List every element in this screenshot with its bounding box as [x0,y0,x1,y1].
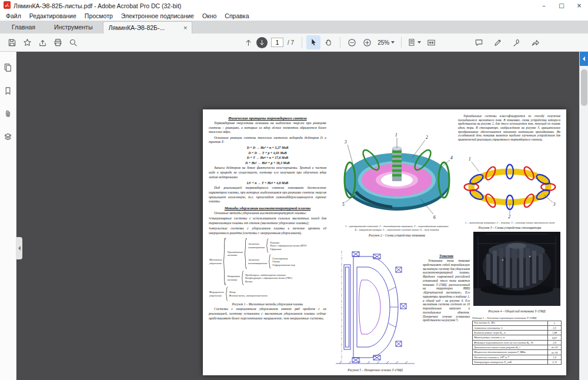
table-param-cell: Малый радиус плазмы a, м [472,335,547,339]
svg-text:1: 1 [469,156,471,162]
find-button[interactable] [66,35,80,49]
tab-tools[interactable]: Инструменты [45,21,102,34]
toolbar-center-group: / 7 25% [241,34,438,51]
figure1-caption: Рисунок 1 – Магнитные методы удержания п… [209,302,326,306]
bullet-item: •импульсные системы с удержанием плазмы … [209,226,326,235]
brace-icon [244,238,247,269]
page-left-column: Физические принципы термоядерного синтез… [209,114,326,322]
figure3-stellarator-diagram: 1 2 3 1 – магнитные катушки; 2 – плазма;… [460,153,559,231]
table-param-cell: Ток плазмы Iₚ, МА [472,321,547,325]
hand-tool-button[interactable] [322,35,336,49]
table-value-cell: 2,0 [547,341,562,345]
menu-item[interactable]: Просмотр [81,12,117,19]
save-button[interactable] [5,35,19,49]
chevron-left-icon [583,56,585,61]
table-value-cell: 5–9 [547,360,562,364]
acrobat-window: ЛяминКА-Э8-82Б-листы.pdf - Adobe Acrobat… [0,0,588,380]
menu-item[interactable]: Файл [2,12,25,19]
zoom-level-dropdown[interactable]: 25% [375,35,397,49]
zoom-level-label: 25% [377,39,389,46]
tokamak-paragraph: Установка типа токамак представляет собо… [423,259,470,322]
table-body: Ток плазмы Iₚ, МА 2 Аспектное отношение … [472,321,562,365]
brace-icon [241,271,244,285]
right-rail [579,52,588,380]
toolbar-left-group [5,35,80,49]
zoom-in-button[interactable] [360,35,374,49]
tree-items: Стелларатор Гелиак Гофрированный тор [272,257,295,267]
ink-signature-button[interactable] [509,35,523,49]
tools-pane-collapse-button[interactable] [580,52,588,66]
share-button[interactable] [35,35,49,49]
table-value-cell: до 10 [547,345,562,349]
tab-home[interactable]: Главная [2,21,45,34]
tab-close-icon[interactable]: × [183,24,187,31]
table-row: Ток плазмы Iₚ, МА 2 [472,321,562,326]
table-value-cell: 0,67 [547,335,562,339]
table-row: Мощность дополнительного нагрева P, МВт … [472,350,562,355]
brace-icon [223,237,226,286]
zoom-out-button[interactable] [345,35,359,49]
thumbnails-panel-button[interactable] [2,61,15,74]
previous-page-button[interactable] [241,35,255,49]
tree-label: Магнитное удержание [209,258,222,265]
bookmarks-panel-button[interactable] [2,84,15,97]
menu-item[interactable]: Окно [198,12,220,19]
fit-width-button[interactable] [424,35,438,49]
parameters-table: Таблица 1 – Основные параметры токамака … [472,316,562,365]
share-file-button[interactable] [528,35,542,49]
paragraph: Системы с инерционным удержанием имеют р… [209,307,326,321]
table-row: Большой радиус тора R₀, м 1,48 [472,331,562,335]
toolbar: / 7 25% [0,34,588,52]
tree-label: Аксиально симметричные [248,242,265,249]
minimize-button[interactable]: – [535,0,553,11]
print-button[interactable] [51,35,65,49]
pdf-page: Физические принципы термоядерного синтез… [203,109,566,375]
document-area: Физические принципы термоядерного синтез… [16,52,579,380]
panel-collapse-handle[interactable] [16,237,22,259]
tree-items: Лазер Ионный пучок, электронный пучок [229,291,268,297]
attachments-panel-button[interactable] [2,107,15,120]
menu-item[interactable]: Справка [220,12,253,19]
favorites-star-button[interactable] [20,35,34,49]
figure2-caption: Рисунок 2 – Схема устройства токамака [337,234,457,237]
table-param-cell: Плотность плазмы n, 10¹⁹ м⁻³ [472,355,547,359]
tree-items: Токамак Пинч с обращенным полем (RFP) Сф… [270,241,306,251]
tokamak-heading: Токамак [423,254,470,258]
annotate-pencil-button[interactable] [490,35,505,49]
figure2-legend: 4 – вакуумная камера; 5 – магнитная сило… [337,228,457,232]
select-tool-button[interactable] [306,35,320,49]
scrollbar-thumb[interactable] [581,69,587,106]
next-page-button[interactable] [256,37,268,48]
cross-section-drawing [332,249,418,365]
table-row: Аспектное отношение A 2,2 [472,326,562,331]
page-display-dropdown[interactable] [406,35,423,49]
figure5-cross-section: Рисунок 5 – Поперечное сечение Т-15МД [332,249,418,373]
figure4-caption: Рисунок 4 – Общий вид токамака Т-15МД [473,309,560,313]
layers-panel-button[interactable] [2,130,15,143]
page-count-label: / 7 [288,39,294,46]
menu-item[interactable]: Редактирование [25,12,81,19]
vertical-scrollbar[interactable] [580,66,588,380]
comment-button[interactable] [472,35,486,49]
chevron-down-icon [417,41,421,44]
tokamak-photo [473,232,560,306]
menu-item[interactable]: Электронное подписание [117,12,198,19]
tree-label: Инерционное удержание [209,291,224,297]
page-number-input[interactable] [271,38,283,47]
table-param-cell: Мощность дополнительного нагрева P, МВт [472,350,547,354]
brace-icon [225,286,228,301]
paragraph: Запасы дейтерия на Земле фактически неис… [209,166,326,179]
window-title: ЛяминКА-Э8-82Б-листы.pdf - Adobe Acrobat… [14,2,181,9]
table-title: Таблица 1 – Основные параметры токамака … [472,316,562,319]
equation: D + D → He³ + n + 3,27 МэВ [209,146,326,149]
tree-label: Открытые системы [227,275,240,281]
figure5-caption: Рисунок 5 – Поперечное сечение Т-15МД [332,368,418,372]
figure2-tokamak-diagram: 1 2 3 4 5 6 1 – центральный соленоид; 2 … [337,131,457,238]
close-button[interactable]: × [570,0,588,11]
paragraph: Основные реакции синтеза тяжелых изотопо… [209,136,326,145]
tab-document[interactable]: ЛяминКА-Э8-82Б-... × [103,21,192,34]
svg-text:1: 1 [395,132,397,138]
table-value-cell: 2,2 [547,326,562,330]
svg-text:4: 4 [450,155,453,161]
maximize-button[interactable]: □ [553,0,570,11]
